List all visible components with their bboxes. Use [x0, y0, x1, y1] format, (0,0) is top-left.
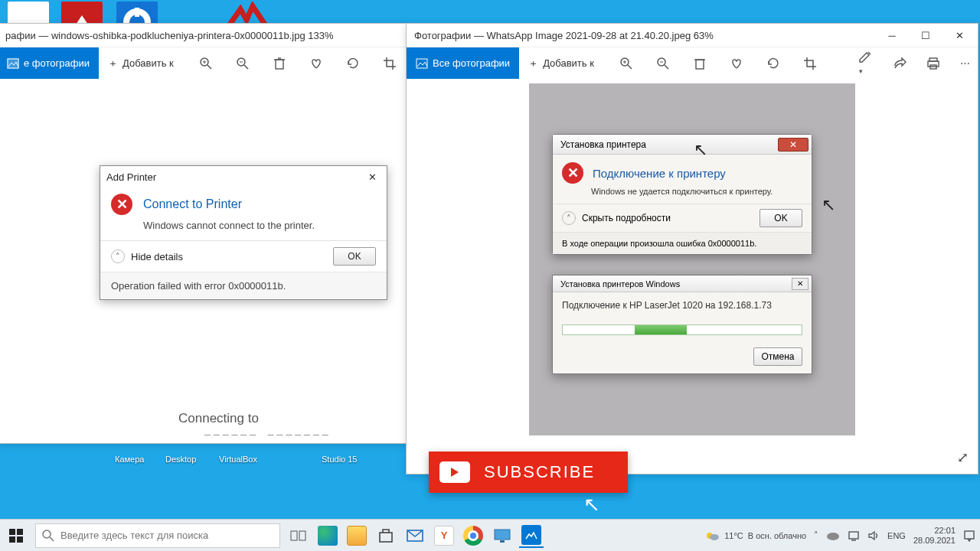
onedrive-icon[interactable]	[826, 531, 840, 540]
error-icon: ✕	[111, 194, 132, 215]
cancel-button[interactable]: Отмена	[753, 347, 802, 366]
titlebar[interactable]: рафии — windows-oshibka-podklucheniya-pr…	[0, 24, 407, 47]
youtube-icon	[439, 461, 470, 483]
desktop-label[interactable]: Камера	[115, 455, 144, 464]
all-photos-button[interactable]: Все фотографии	[407, 47, 519, 80]
dialog-title: Установка принтера	[560, 139, 646, 150]
desktop-label[interactable]: VirtualBox	[219, 455, 257, 464]
clock-date: 28.09.2021	[913, 536, 956, 546]
connecting-text: Connecting to	[178, 411, 259, 426]
zoom-out-icon[interactable]	[655, 56, 671, 71]
taskbar: Введите здесь текст для поиска Y 11°C В …	[0, 519, 980, 551]
ok-button[interactable]: OK	[333, 247, 376, 266]
ok-button[interactable]: OK	[760, 209, 802, 227]
explorer-icon[interactable]	[345, 523, 369, 548]
chrome-icon[interactable]	[461, 523, 485, 548]
task-view-icon[interactable]	[286, 523, 311, 548]
dialog-footer: В ходе операции произошла ошибка 0x00000…	[553, 233, 812, 254]
add-printer-dialog: Add Printer ✕ ✕ Connect to Printer Windo…	[100, 165, 387, 300]
language-indicator[interactable]: ENG	[887, 531, 906, 540]
toolbar: е фотографии ＋ Добавить к	[0, 47, 407, 79]
svg-rect-2	[135, 8, 139, 17]
desktop-label[interactable]: Studio 15	[322, 455, 357, 464]
dialog-titlebar[interactable]: Add Printer ✕	[100, 166, 387, 187]
hide-details-label[interactable]: Скрыть подробности	[582, 213, 671, 223]
svg-rect-31	[299, 531, 305, 540]
network-icon[interactable]	[848, 530, 860, 541]
close-icon[interactable]: ✕	[792, 278, 808, 290]
chevron-up-icon[interactable]: ˄	[111, 249, 125, 263]
svg-point-28	[43, 530, 51, 538]
svg-rect-39	[849, 532, 858, 539]
notifications-icon[interactable]	[963, 530, 975, 542]
install-message: Подключение к HP LaserJet 1020 на 192.16…	[553, 292, 812, 317]
heart-icon[interactable]	[309, 56, 324, 71]
crop-icon[interactable]	[382, 56, 397, 71]
svg-line-10	[244, 65, 248, 69]
connecting-redacted: ────── ───────	[204, 429, 332, 441]
weather-temp: 11°C	[724, 531, 743, 540]
add-to-button[interactable]: ＋ Добавить к	[99, 47, 183, 80]
subscribe-button[interactable]: SUBSCRIBE	[429, 452, 628, 493]
volume-icon[interactable]	[867, 530, 880, 541]
svg-rect-30	[291, 531, 297, 540]
all-photos-label: Все фотографии	[433, 57, 510, 69]
dialog-titlebar[interactable]: Установка принтеров Windows ✕	[553, 276, 812, 292]
close-icon[interactable]: ✕	[778, 138, 808, 152]
desktop-label[interactable]: Desktop	[165, 455, 196, 464]
printer-error-dialog-ru: Установка принтера ✕ ✕ Подключение к при…	[552, 134, 812, 255]
dialog-title: Установка принтеров Windows	[560, 279, 680, 289]
svg-rect-32	[380, 533, 392, 542]
print-icon[interactable]	[926, 57, 940, 70]
svg-line-21	[665, 65, 668, 69]
clock[interactable]: 22:01 28.09.2021	[913, 526, 956, 546]
chevron-up-icon[interactable]: ˄	[562, 211, 576, 225]
delete-icon[interactable]	[272, 56, 287, 71]
photo-content: Установка принтера ✕ ✕ Подключение к при…	[529, 83, 855, 435]
search-icon	[42, 530, 54, 542]
close-icon[interactable]: ✕	[364, 168, 381, 185]
search-input[interactable]: Введите здесь текст для поиска	[35, 523, 280, 548]
photos-icon	[416, 58, 428, 69]
progress-bar	[562, 324, 802, 335]
zoom-in-icon[interactable]	[198, 56, 214, 71]
minimize-button[interactable]: ─	[875, 24, 909, 47]
cursor-icon: ↖	[694, 140, 707, 160]
crop-icon[interactable]	[802, 56, 818, 71]
yandex-icon[interactable]: Y	[432, 523, 456, 548]
dialog-heading: Подключение к принтеру	[593, 167, 726, 180]
all-photos-button[interactable]: е фотографии	[0, 47, 99, 80]
rotate-icon[interactable]	[766, 56, 781, 71]
dialog-message: Windows cannot connect to the printer.	[100, 217, 387, 240]
start-button[interactable]	[0, 520, 32, 552]
toolbar: Все фотографии ＋ Добавить к ▾ ⋯	[407, 47, 978, 79]
more-icon[interactable]: ⋯	[960, 57, 972, 69]
tray-chevron-icon[interactable]: ˄	[814, 530, 818, 540]
svg-rect-3	[7, 58, 19, 69]
clock-time: 22:01	[913, 526, 956, 536]
share-icon[interactable]	[893, 57, 906, 70]
svg-rect-35	[500, 540, 505, 543]
store-icon[interactable]	[374, 523, 398, 548]
monitor-icon[interactable]	[490, 523, 514, 548]
photos-app-icon[interactable]	[519, 523, 544, 548]
titlebar[interactable]: Фотографии — WhatsApp Image 2021-09-28 a…	[407, 24, 978, 47]
close-button[interactable]: ✕	[942, 24, 976, 47]
hide-details-label[interactable]: Hide details	[131, 251, 183, 262]
svg-rect-26	[928, 61, 939, 67]
printer-install-dialog: Установка принтеров Windows ✕ Подключени…	[552, 275, 812, 374]
add-to-button[interactable]: ＋ Добавить к	[519, 47, 603, 80]
dialog-titlebar[interactable]: Установка принтера ✕	[553, 135, 812, 155]
heart-icon[interactable]	[729, 56, 744, 71]
mail-icon[interactable]	[403, 523, 427, 548]
edit-icon[interactable]: ▾	[858, 51, 873, 76]
weather-widget[interactable]: 11°C В осн. облачно	[704, 529, 806, 543]
zoom-out-icon[interactable]	[235, 56, 250, 71]
rotate-icon[interactable]	[345, 56, 361, 71]
zoom-in-icon[interactable]	[619, 56, 634, 71]
maximize-button[interactable]: ☐	[909, 24, 942, 47]
canvas-right: Установка принтера ✕ ✕ Подключение к при…	[407, 79, 978, 474]
delete-icon[interactable]	[692, 56, 707, 71]
fullscreen-icon[interactable]: ⤢	[957, 449, 969, 466]
edge-icon[interactable]	[315, 523, 340, 548]
